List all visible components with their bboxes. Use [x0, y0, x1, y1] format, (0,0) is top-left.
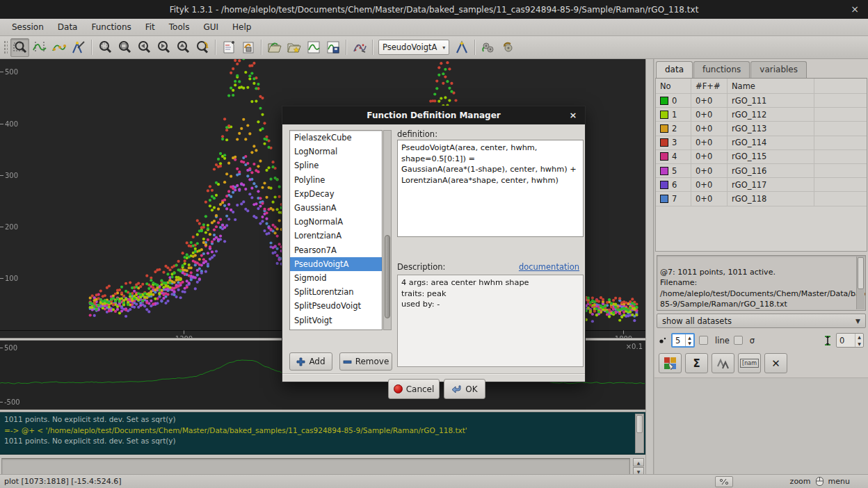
zoom-vertical-button[interactable] — [173, 38, 192, 57]
function-list-scrollbar-thumb[interactable] — [385, 235, 390, 318]
function-list-scrollbar[interactable] — [383, 130, 392, 330]
function-list-item[interactable]: GaussianA — [290, 201, 382, 215]
menu-tools[interactable]: Tools — [163, 20, 196, 34]
dataset-color-swatch[interactable] — [660, 181, 668, 189]
cancel-button[interactable]: Cancel — [388, 379, 440, 399]
function-list-item[interactable]: SplitPseudoVoigt — [290, 299, 382, 313]
spin-down-icon[interactable]: ▼ — [855, 341, 863, 348]
sigma-checkbox[interactable] — [734, 336, 743, 345]
ok-button[interactable]: OK — [444, 379, 485, 399]
table-row[interactable]: 20+0rGO_113 — [656, 122, 867, 136]
export-plot-button[interactable] — [304, 38, 323, 57]
zoom-previous-button[interactable] — [193, 38, 211, 57]
dataset-table-header[interactable]: No #F+# Name — [656, 79, 867, 94]
add-peak-tool-button[interactable] — [69, 38, 88, 57]
output-console[interactable]: 1011 points. No explicit std. dev. Set a… — [0, 412, 645, 455]
auto-add-peak-button[interactable] — [452, 38, 471, 57]
command-input[interactable] — [1, 458, 630, 475]
remove-function-button[interactable]: Remove — [339, 352, 392, 371]
rename-dataset-button[interactable]: [nam — [738, 353, 761, 373]
function-list-item[interactable]: LogNormal — [290, 145, 382, 158]
window-close-icon[interactable]: × — [849, 3, 861, 15]
status-config-button[interactable] — [715, 476, 733, 487]
menu-gui[interactable]: GUI — [197, 20, 225, 34]
copy-functions-button[interactable] — [712, 353, 734, 373]
data-range-tool-button[interactable] — [30, 38, 49, 57]
spin-up-icon[interactable]: ▲ — [855, 334, 863, 341]
documentation-link[interactable]: documentation — [519, 262, 579, 272]
dialog-title-bar[interactable]: Function Definition Manager × — [282, 106, 585, 124]
col-name[interactable]: Name — [728, 79, 814, 93]
dataset-color-swatch[interactable] — [660, 195, 668, 203]
dataset-color-swatch[interactable] — [660, 138, 668, 147]
undo-fit-button[interactable] — [498, 38, 517, 57]
auto-fit-button[interactable] — [350, 38, 369, 57]
delete-dataset-button[interactable]: ✕ — [764, 353, 787, 373]
col-no[interactable]: No — [656, 79, 691, 93]
sidebar-splitter[interactable] — [645, 59, 654, 474]
console-scrollbar[interactable] — [635, 414, 644, 453]
table-row[interactable]: 50+0rGO_116 — [656, 164, 867, 178]
function-list-item[interactable]: SplitVoigt — [290, 313, 382, 327]
function-list-item[interactable]: LorentzianA — [290, 229, 382, 243]
table-row[interactable]: 30+0rGO_114 — [656, 136, 867, 150]
zoom-left-button[interactable] — [134, 38, 153, 57]
function-list-item[interactable]: Sigmoid — [290, 271, 382, 285]
function-list-item[interactable]: LogNormalA — [290, 215, 382, 229]
color-scheme-button[interactable] — [659, 353, 682, 373]
add-function-button[interactable]: Add — [289, 352, 332, 371]
edit-script-button[interactable] — [219, 38, 238, 57]
baseline-tool-button[interactable] — [49, 38, 68, 57]
table-row[interactable]: 10+0rGO_112 — [656, 108, 867, 122]
dataset-color-swatch[interactable] — [660, 152, 668, 161]
dataset-color-swatch[interactable] — [660, 124, 668, 133]
tab-data[interactable]: data — [656, 61, 693, 78]
zoom-all-button[interactable] — [95, 38, 114, 57]
function-list-item[interactable]: SplitLorentzian — [290, 285, 382, 299]
open-data-merge-button[interactable] — [284, 38, 303, 57]
function-list-item[interactable]: PielaszekCube — [290, 131, 382, 145]
menu-help[interactable]: Help — [226, 20, 257, 34]
point-size-spinner[interactable]: 5 ▲▼ — [671, 333, 695, 348]
col-ff[interactable]: #F+# — [691, 79, 728, 93]
dialog-close-icon[interactable]: × — [568, 110, 579, 121]
table-row[interactable]: 70+0rGO_118 — [656, 192, 867, 206]
save-image-button[interactable] — [323, 38, 342, 57]
menu-data[interactable]: Data — [51, 20, 84, 34]
function-list-item[interactable]: Polyline — [290, 173, 382, 187]
toolbar-grip[interactable] — [3, 40, 8, 55]
table-row[interactable]: 60+0rGO_117 — [656, 178, 867, 192]
zoom-right-button[interactable] — [154, 38, 172, 57]
line-checkbox[interactable] — [699, 336, 708, 345]
dataset-info-box[interactable]: @7: 1011 points, 1011 active. Filename: … — [657, 255, 866, 311]
menu-fit[interactable]: Fit — [139, 20, 161, 34]
table-row[interactable]: 40+0rGO_115 — [656, 150, 867, 164]
function-list-item[interactable]: Spline — [290, 158, 382, 172]
info-scrollbar[interactable] — [856, 257, 865, 309]
session-log-button[interactable] — [239, 38, 257, 57]
zoom-area-button[interactable] — [115, 38, 134, 57]
function-list-item[interactable]: ExpDecay — [290, 187, 382, 201]
function-list-item[interactable]: Pearson7A — [290, 243, 382, 257]
dataset-color-swatch[interactable] — [660, 167, 668, 175]
shift-spinner[interactable]: 0 ▲▼ — [836, 333, 864, 348]
info-scrollbar-thumb[interactable] — [858, 257, 864, 289]
spin-down-icon[interactable]: ▼ — [686, 341, 693, 347]
definition-textarea[interactable]: PseudoVoigtA(area, center, hwhm, shape=0… — [397, 140, 584, 237]
menu-functions[interactable]: Functions — [85, 20, 137, 34]
dataset-filter-dropdown[interactable]: show all datasets ▼ — [657, 314, 866, 328]
run-fit-button[interactable] — [479, 38, 497, 57]
tab-variables[interactable]: variables — [750, 61, 807, 78]
table-row[interactable]: 00+0rGO_111 — [656, 94, 867, 108]
tab-functions[interactable]: functions — [693, 61, 750, 78]
sum-button[interactable]: Σ — [685, 353, 708, 373]
dataset-color-swatch[interactable] — [660, 97, 668, 105]
menu-session[interactable]: Session — [6, 20, 50, 34]
spin-up-icon[interactable]: ▲ — [686, 334, 693, 341]
scroll-up-icon[interactable]: ▲ — [633, 458, 644, 466]
function-type-list[interactable]: PielaszekCubeLogNormalSplinePolylineExpD… — [289, 130, 383, 330]
function-list-item[interactable]: PseudoVoigtA — [290, 257, 382, 271]
console-scrollbar-thumb[interactable] — [636, 415, 643, 433]
dataset-color-swatch[interactable] — [660, 111, 668, 119]
open-data-button[interactable] — [265, 38, 284, 57]
